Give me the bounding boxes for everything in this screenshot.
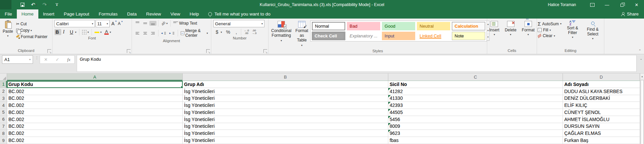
cell-style-input[interactable]: Input [382, 32, 415, 40]
customize-qat-button[interactable]: ▾ [52, 1, 62, 9]
cut-button[interactable]: ✂Cut [15, 21, 48, 27]
cell-A1[interactable]: Grup Kodu [7, 81, 183, 88]
expand-formula-bar-icon[interactable]: ⌄ [640, 57, 642, 60]
fill-handle[interactable] [181, 86, 183, 88]
column-header-b[interactable]: B [183, 74, 388, 81]
decrease-decimal-button[interactable]: .00→.0 [251, 29, 258, 35]
font-size-select[interactable]: 11▾ [96, 20, 110, 27]
row-header-1[interactable]: 1 [0, 81, 7, 88]
delete-cells-button[interactable]: Delete▾ [503, 20, 518, 48]
clipboard-dialog-launcher[interactable] [47, 49, 51, 53]
cell-A2[interactable]: BC.002 [7, 88, 183, 95]
close-button[interactable]: ✕ [629, 0, 644, 9]
tell-me-box[interactable]: Tell me what you want to do [204, 9, 275, 19]
bottom-align-button[interactable] [149, 21, 156, 26]
cell-A7[interactable]: BC.002 [7, 123, 183, 130]
cell-D5[interactable]: CÜNEYT ŞENOL [563, 109, 640, 116]
formula-bar-drag-handle[interactable]: ⋮ [35, 57, 39, 59]
cell-D4[interactable]: ELİF KILIÇ [563, 102, 640, 109]
redo-button[interactable]: ↷▾ [40, 1, 50, 9]
clear-button[interactable]: Clear▾ [538, 33, 562, 38]
decrease-indent-button[interactable]: ◂ [160, 31, 168, 35]
cell-A3[interactable]: BC.002 [7, 95, 183, 102]
cell-D8[interactable]: ÇAĞLAR ELMAS [563, 130, 640, 137]
cell-D2[interactable]: DUDU ASLI KAYA SERBES [563, 88, 640, 95]
cell-A9[interactable]: BC.002 [7, 137, 183, 144]
dropdown-arrow-icon[interactable]: ▾ [29, 58, 31, 61]
alignment-dialog-launcher[interactable] [206, 49, 210, 53]
cell-C4[interactable]: 42393 [388, 102, 563, 109]
orientation-button[interactable]: ab▾ [160, 21, 169, 26]
tab-view[interactable]: View [166, 9, 185, 19]
cell-B6[interactable]: İsg Yöneticileri [183, 116, 388, 123]
cell-B4[interactable]: İsg Yöneticileri [183, 102, 388, 109]
underline-button[interactable]: U▾ [68, 29, 77, 35]
formula-input[interactable]: Grup Kodu [77, 55, 637, 72]
row-header-2[interactable]: 2 [0, 88, 7, 95]
increase-indent-button[interactable]: ▸ [168, 31, 176, 35]
increase-decimal-button[interactable]: ←.0.00 [243, 29, 250, 35]
fill-button[interactable]: ↓Fill▾ [538, 28, 562, 32]
row-header-7[interactable]: 7 [0, 123, 7, 130]
tab-help[interactable]: Help [185, 9, 204, 19]
align-right-button[interactable] [149, 31, 156, 35]
cell-style-explanatory[interactable]: Explanatory ... [347, 32, 380, 40]
cell-C2[interactable]: 41282 [388, 88, 563, 95]
cell-A5[interactable]: BC.002 [7, 109, 183, 116]
row-header-6[interactable]: 6 [0, 116, 7, 123]
font-color-button[interactable]: A▾ [103, 29, 112, 35]
restore-button[interactable] [614, 0, 629, 9]
save-button[interactable] [17, 1, 28, 9]
dropdown-arrow-icon[interactable]: ▾ [100, 31, 102, 34]
tab-data[interactable]: Data [122, 9, 142, 19]
number-dialog-launcher[interactable] [263, 49, 267, 53]
undo-button[interactable]: ↶▾ [29, 1, 39, 9]
cell-C6[interactable]: 5456 [388, 116, 563, 123]
dropdown-arrow-icon[interactable]: ▾ [36, 3, 37, 6]
cell-A8[interactable]: BC.002 [7, 130, 183, 137]
row-header-4[interactable]: 4 [0, 102, 7, 109]
cell-B3[interactable]: İsg Yöneticileri [183, 95, 388, 102]
decrease-font-size-button[interactable]: A [117, 21, 122, 26]
tab-file[interactable]: File [0, 9, 17, 19]
copy-button[interactable]: Copy▾ [15, 28, 48, 33]
row-header-8[interactable]: 8 [0, 130, 7, 137]
dropdown-arrow-icon[interactable]: ▾ [31, 29, 32, 32]
percent-style-button[interactable]: % [224, 29, 232, 35]
cell-C1[interactable]: Sicil No [388, 81, 563, 88]
minimize-button[interactable]: — [600, 0, 614, 9]
cell-D9[interactable]: Furkan Baş [563, 137, 640, 144]
dropdown-arrow-icon[interactable]: ▾ [221, 31, 222, 34]
name-box[interactable]: A1▾ [2, 55, 33, 64]
accounting-format-button[interactable]: $▾ [213, 29, 223, 35]
cell-style-normal[interactable]: Normal [312, 22, 345, 30]
cell-B9[interactable]: İsg Yöneticileri [183, 137, 388, 144]
format-cells-button[interactable]: Format▾ [520, 20, 537, 48]
dropdown-arrow-icon[interactable]: ▾ [7, 34, 8, 37]
column-header-c[interactable]: C [388, 74, 563, 81]
insert-function-icon[interactable]: fx [67, 57, 70, 62]
fill-color-button[interactable]: ▾ [94, 30, 103, 34]
middle-align-button[interactable] [142, 21, 149, 26]
conditional-formatting-button[interactable]: ≠ Conditional Formatting ▾ [269, 20, 293, 49]
cell-B7[interactable]: İsg Yöneticileri [183, 123, 388, 130]
cell-style-note[interactable]: Note [452, 32, 485, 40]
bold-button[interactable]: B [55, 29, 61, 35]
align-left-button[interactable] [134, 31, 141, 35]
select-all-corner[interactable] [0, 74, 7, 81]
cell-style-neutral[interactable]: Neutral [417, 22, 450, 30]
row-header-9[interactable]: 9 [0, 137, 7, 144]
cell-B5[interactable]: İsg Yöneticileri [183, 109, 388, 116]
cell-C5[interactable]: 44505 [388, 109, 563, 116]
autosum-button[interactable]: ΣAutoSum▾ [538, 21, 562, 27]
cell-style-good[interactable]: Good [382, 22, 415, 30]
collapse-ribbon-icon[interactable]: ⌃ [639, 49, 641, 53]
cell-C3[interactable]: 41330 [388, 95, 563, 102]
cell-style-calculation[interactable]: Calculation [452, 22, 485, 30]
tab-formulas[interactable]: Formulas [94, 9, 122, 19]
cell-D6[interactable]: AHMET İSLAMOĞLU [563, 116, 640, 123]
dropdown-arrow-icon[interactable]: ▾ [75, 31, 76, 34]
cell-style-linked-cell[interactable]: Linked Cell [417, 32, 450, 40]
cell-A6[interactable]: BC.002 [7, 116, 183, 123]
user-name[interactable]: Hatice Toraman [548, 2, 576, 7]
